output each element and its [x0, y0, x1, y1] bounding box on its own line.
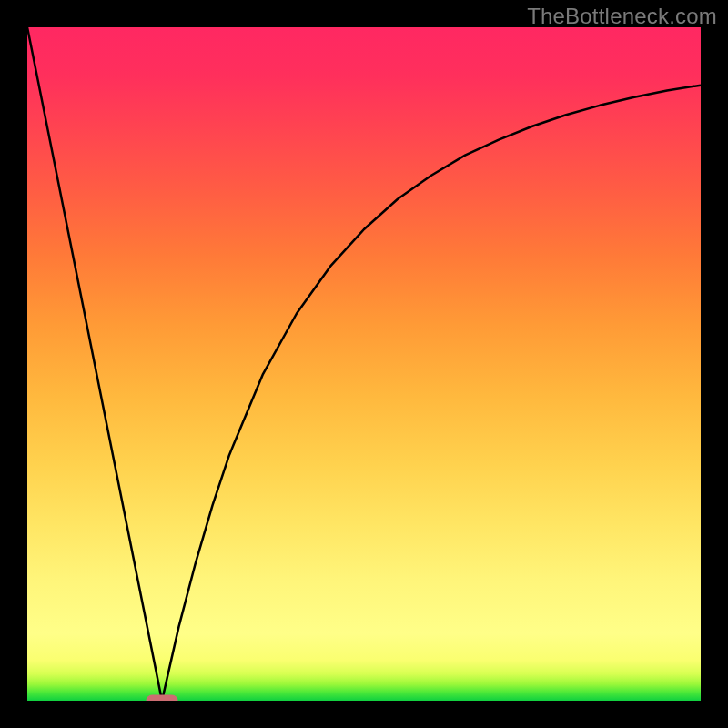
- curve-layer: [27, 27, 701, 701]
- minimum-marker: [147, 695, 178, 702]
- bottleneck-curve: [27, 27, 701, 701]
- watermark-text: TheBottleneck.com: [527, 4, 717, 29]
- chart-frame: TheBottleneck.com: [0, 0, 728, 728]
- plot-area: [27, 27, 701, 701]
